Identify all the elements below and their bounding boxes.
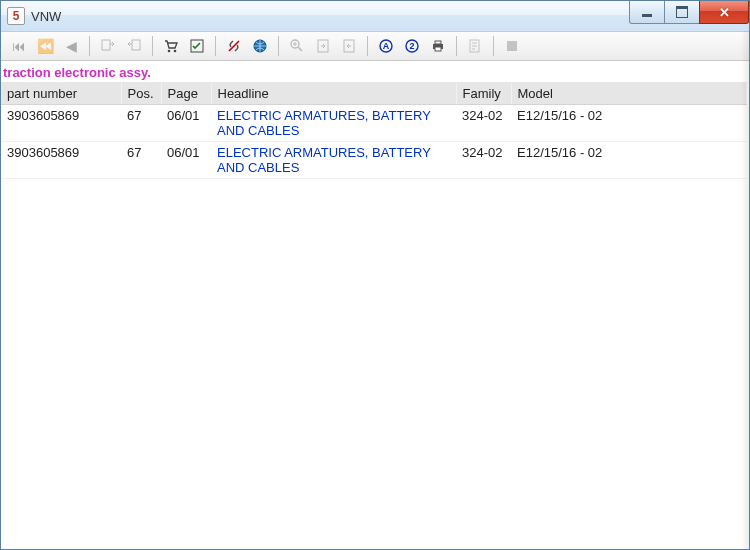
cell-pos: 67 bbox=[121, 105, 161, 142]
prev-icon: ◀ bbox=[66, 38, 77, 54]
unlink-icon bbox=[226, 38, 242, 54]
cart-button[interactable] bbox=[159, 34, 183, 58]
zoom-button[interactable] bbox=[285, 34, 309, 58]
copy-out-button[interactable] bbox=[122, 34, 146, 58]
checklist-button[interactable] bbox=[185, 34, 209, 58]
copy-in-icon bbox=[100, 38, 116, 54]
rewind-icon: ⏪ bbox=[37, 38, 54, 54]
app-window: 5 VNW ✕ ⏮ ⏪ ◀ bbox=[0, 0, 750, 550]
cell-page: 06/01 bbox=[161, 142, 211, 179]
svg-rect-19 bbox=[435, 47, 441, 51]
marker-b-button[interactable]: 2 bbox=[400, 34, 424, 58]
nav-prev-button[interactable]: ◀ bbox=[59, 34, 83, 58]
globe-icon bbox=[252, 38, 268, 54]
cell-pos: 67 bbox=[121, 142, 161, 179]
nav-rewind-button[interactable]: ⏪ bbox=[33, 34, 57, 58]
svg-rect-24 bbox=[507, 41, 517, 51]
svg-line-8 bbox=[298, 47, 302, 51]
maximize-icon bbox=[676, 6, 688, 18]
zoom-icon bbox=[289, 38, 305, 54]
page-prev-icon bbox=[341, 38, 357, 54]
unlink-button[interactable] bbox=[222, 34, 246, 58]
col-model[interactable]: Model bbox=[511, 83, 747, 105]
svg-rect-18 bbox=[435, 41, 441, 44]
svg-point-2 bbox=[168, 50, 171, 53]
cell-family: 324-02 bbox=[456, 105, 511, 142]
window-title: VNW bbox=[31, 9, 61, 24]
svg-text:2: 2 bbox=[409, 41, 414, 51]
cell-headline[interactable]: ELECTRIC ARMATURES, BATTERY AND CABLES bbox=[211, 105, 456, 142]
page-prev-button[interactable] bbox=[337, 34, 361, 58]
toolbar-separator bbox=[89, 36, 90, 56]
minimize-icon bbox=[642, 14, 652, 17]
toolbar-separator bbox=[367, 36, 368, 56]
marker-a-button[interactable]: A bbox=[374, 34, 398, 58]
print-icon bbox=[430, 38, 446, 54]
close-icon: ✕ bbox=[719, 5, 730, 20]
page-next-button[interactable] bbox=[311, 34, 335, 58]
content-area: traction electronic assy. part number Po… bbox=[1, 61, 749, 549]
stop-button[interactable] bbox=[500, 34, 524, 58]
globe-button[interactable] bbox=[248, 34, 272, 58]
cell-part-number: 3903605869 bbox=[1, 105, 121, 142]
svg-text:A: A bbox=[383, 41, 390, 51]
print-button[interactable] bbox=[426, 34, 450, 58]
copy-in-button[interactable] bbox=[96, 34, 120, 58]
marker-a-icon: A bbox=[378, 38, 394, 54]
cell-part-number: 3903605869 bbox=[1, 142, 121, 179]
app-icon: 5 bbox=[7, 7, 25, 25]
copy-out-icon bbox=[126, 38, 142, 54]
table-row[interactable]: 3903605869 67 06/01 ELECTRIC ARMATURES, … bbox=[1, 105, 747, 142]
cell-page: 06/01 bbox=[161, 105, 211, 142]
svg-rect-0 bbox=[102, 40, 110, 50]
marker-b-icon: 2 bbox=[404, 38, 420, 54]
titlebar[interactable]: 5 VNW ✕ bbox=[1, 1, 749, 32]
svg-point-3 bbox=[174, 50, 177, 53]
section-title: traction electronic assy. bbox=[1, 63, 747, 83]
svg-rect-1 bbox=[132, 40, 140, 50]
window-controls: ✕ bbox=[630, 1, 749, 23]
first-icon: ⏮ bbox=[12, 38, 26, 54]
table-header-row: part number Pos. Page Headline Family Mo… bbox=[1, 83, 747, 105]
table-row[interactable]: 3903605869 67 06/01 ELECTRIC ARMATURES, … bbox=[1, 142, 747, 179]
toolbar-separator bbox=[215, 36, 216, 56]
col-pos[interactable]: Pos. bbox=[121, 83, 161, 105]
checklist-icon bbox=[189, 38, 205, 54]
cell-model: E12/15/16 - 02 bbox=[511, 142, 747, 179]
cell-model: E12/15/16 - 02 bbox=[511, 105, 747, 142]
col-page[interactable]: Page bbox=[161, 83, 211, 105]
note-icon bbox=[467, 38, 483, 54]
toolbar-separator bbox=[456, 36, 457, 56]
col-family[interactable]: Family bbox=[456, 83, 511, 105]
nav-first-button[interactable]: ⏮ bbox=[7, 34, 31, 58]
note-button[interactable] bbox=[463, 34, 487, 58]
maximize-button[interactable] bbox=[664, 1, 700, 24]
cell-headline[interactable]: ELECTRIC ARMATURES, BATTERY AND CABLES bbox=[211, 142, 456, 179]
col-headline[interactable]: Headline bbox=[211, 83, 456, 105]
toolbar: ⏮ ⏪ ◀ bbox=[1, 32, 749, 61]
cart-icon bbox=[163, 38, 179, 54]
results-table: part number Pos. Page Headline Family Mo… bbox=[1, 83, 747, 179]
stop-icon bbox=[504, 38, 520, 54]
toolbar-separator bbox=[152, 36, 153, 56]
col-part-number[interactable]: part number bbox=[1, 83, 121, 105]
close-button[interactable]: ✕ bbox=[699, 1, 749, 24]
toolbar-separator bbox=[278, 36, 279, 56]
page-next-icon bbox=[315, 38, 331, 54]
cell-family: 324-02 bbox=[456, 142, 511, 179]
toolbar-separator bbox=[493, 36, 494, 56]
minimize-button[interactable] bbox=[629, 1, 665, 24]
